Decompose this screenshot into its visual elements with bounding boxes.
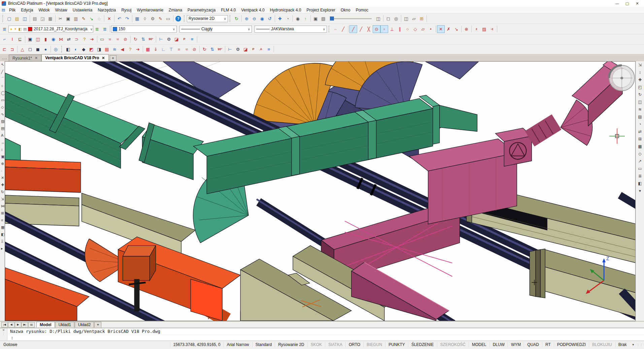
vp-grille[interactable]: ▤ xyxy=(103,45,111,53)
trim-tool[interactable]: ◧ xyxy=(0,231,5,238)
menu-project-explorer[interactable]: Project Explorer xyxy=(304,7,338,13)
menu-zmiana[interactable]: Zmiana xyxy=(166,7,185,13)
grip-handle[interactable] xyxy=(61,46,63,53)
vp-profile-u[interactable]: ⊑ xyxy=(16,35,24,43)
vp-xml-export-2[interactable]: ➔ xyxy=(134,45,142,53)
viewport-tool[interactable]: ◰ xyxy=(636,83,644,91)
neg-z[interactable]: -z xyxy=(488,25,496,33)
vp-connect[interactable]: ⋈ xyxy=(57,35,65,43)
circle-tool[interactable]: ○ xyxy=(0,82,5,90)
vp-paint[interactable]: ◪ xyxy=(173,35,180,43)
list-panel-tool[interactable]: ≣ xyxy=(636,172,644,180)
workspace-combo[interactable]: Rysowanie 2D ∨ xyxy=(187,15,228,22)
menu-pomoc[interactable]: Pomoc xyxy=(353,7,371,13)
grip-handle[interactable] xyxy=(230,15,231,22)
snap-from[interactable]: ╱ xyxy=(339,25,347,33)
vp-spiral[interactable]: ◎ xyxy=(52,45,60,53)
sheet-tab-model[interactable]: Model xyxy=(36,322,55,327)
toggle-siatka[interactable]: SIATKA xyxy=(325,342,345,348)
vp-tools[interactable]: ⚙ xyxy=(165,35,173,43)
snap-quadrant[interactable]: ◇ xyxy=(411,25,419,33)
snap-perpendicular[interactable]: ⊥ xyxy=(388,25,396,33)
tile-layout[interactable]: ⊞ xyxy=(418,15,426,23)
vp-profile-t[interactable]: ⊤ xyxy=(167,45,175,53)
hatch-tool[interactable]: ▨ xyxy=(0,118,5,125)
vp-duct-single[interactable]: ≈ xyxy=(183,45,191,53)
snap-endpoint[interactable]: ╱ xyxy=(349,25,357,33)
offset-tool[interactable]: ≡ xyxy=(0,217,5,224)
redo[interactable]: ↷ xyxy=(123,15,131,23)
vp-duct-drop[interactable]: ⇓ xyxy=(152,45,160,53)
menu-hydronicpack[interactable]: Hydronicpack 4.0 xyxy=(267,7,304,13)
cut[interactable]: ✂ xyxy=(57,15,64,23)
snap-node[interactable]: ▫ xyxy=(380,25,388,33)
zoom-previous[interactable]: ↺ xyxy=(266,15,274,23)
toggle-podpowiedzi[interactable]: PODPOWIEDZI xyxy=(554,342,589,348)
vp-wrench-2[interactable]: ⊢ xyxy=(226,45,234,53)
sheet-next[interactable]: ▶ xyxy=(15,322,21,327)
more-tools[interactable]: ▸ xyxy=(0,245,5,252)
vp-eraser[interactable]: ◪ xyxy=(242,45,249,53)
dim-aligned-tool[interactable]: ↕ xyxy=(0,146,5,153)
vp-help-cube[interactable]: ? xyxy=(80,35,88,43)
vp-duct-joint[interactable]: = xyxy=(106,35,114,43)
render-window[interactable]: ◫ xyxy=(374,15,382,23)
box-3d[interactable]: ◻ xyxy=(384,15,392,23)
array-tool[interactable]: ⊞ xyxy=(0,210,5,217)
menu-edycja[interactable]: Edycja xyxy=(18,7,36,13)
grid-view-tool[interactable]: ⊞ xyxy=(636,135,644,143)
grip-handle[interactable] xyxy=(329,26,330,32)
vp-part-list[interactable]: ≡ xyxy=(188,35,196,43)
paste[interactable]: ▥ xyxy=(72,15,80,23)
lineweight-combo[interactable]: JAKWarstwa ∨ xyxy=(255,26,327,33)
insert-tool[interactable]: ⊕ xyxy=(0,160,5,167)
layer-new[interactable]: ≣ xyxy=(101,25,109,33)
vp-profile-angle[interactable]: ⌐ xyxy=(1,35,8,43)
layer-panel-tool[interactable]: ▤ xyxy=(636,113,644,120)
vp-machine-fan[interactable]: ◫ xyxy=(34,35,42,43)
layer-manager[interactable]: ≣ xyxy=(1,25,8,33)
swap-view-tool[interactable]: ⇄ xyxy=(636,128,644,135)
hatch-snap[interactable]: ▨ xyxy=(480,25,488,33)
region-tool[interactable]: ▤ xyxy=(0,125,5,132)
format-brush[interactable]: ✎ xyxy=(80,15,88,23)
vp-union[interactable]: ⊃ xyxy=(73,35,80,43)
snap-midpoint[interactable]: ╱ xyxy=(357,25,365,33)
spline-tool[interactable]: ∿ xyxy=(0,111,5,118)
sheet-set[interactable]: ▤ xyxy=(319,15,327,23)
rotate-tool[interactable]: ↻ xyxy=(0,188,5,196)
menu-wstaw[interactable]: Wstaw xyxy=(53,7,70,13)
vp-xml-export[interactable]: ➔ xyxy=(88,35,96,43)
zoom-extents[interactable]: ◉ xyxy=(258,15,266,23)
navigation-compass[interactable] xyxy=(609,65,635,91)
view-eye[interactable]: ◉ xyxy=(294,15,302,23)
vp-unit-heater[interactable]: ▮ xyxy=(42,35,49,43)
camera[interactable]: ▣ xyxy=(312,15,319,23)
help[interactable]: ? xyxy=(175,16,181,22)
color-combo[interactable]: 150 ∨ xyxy=(111,26,177,33)
regen[interactable]: ↻ xyxy=(233,15,240,23)
new-tab-button[interactable]: + xyxy=(110,55,116,61)
zoom-in[interactable]: ⊕ xyxy=(243,15,250,23)
pan[interactable]: ✚ xyxy=(276,15,284,23)
menu-okno[interactable]: Okno xyxy=(338,7,353,13)
mirror-tool[interactable]: ⋈ xyxy=(0,203,5,210)
erase-tool[interactable]: ✕ xyxy=(0,174,5,181)
toggle-model[interactable]: MODEL xyxy=(469,342,489,348)
scale-tool[interactable]: ⇲ xyxy=(0,196,5,203)
layer-combo[interactable]: ● ☀ ◧ ▤ 2017.12.28_JTJ_Koordynacja ∨ xyxy=(8,26,93,33)
sheet-tab-uklad1[interactable]: Układ1 xyxy=(55,322,74,327)
snap-insertion[interactable]: ▱ xyxy=(419,25,427,33)
sheet-tab-uklad2[interactable]: Układ2 xyxy=(75,322,94,327)
ucs-tool[interactable]: ◇ xyxy=(636,150,644,158)
print[interactable]: ▦ xyxy=(46,15,54,23)
grip-handle[interactable] xyxy=(184,15,185,22)
close-icon[interactable]: ✕ xyxy=(102,56,105,60)
doc-tab-ventpack[interactable]: Ventpack BricsCAD V18 Pro ✕ xyxy=(41,54,108,61)
vp-param-p[interactable]: P xyxy=(249,45,257,53)
menu-rysuj[interactable]: Rysuj xyxy=(118,7,134,13)
document-menu-icon[interactable]: ▤ xyxy=(1,8,6,12)
vp-fitting-seat[interactable]: ◆ xyxy=(80,45,88,53)
ellipse-tool[interactable]: ◯ xyxy=(0,90,5,97)
vp-duct-grille[interactable]: ▦ xyxy=(144,45,152,53)
